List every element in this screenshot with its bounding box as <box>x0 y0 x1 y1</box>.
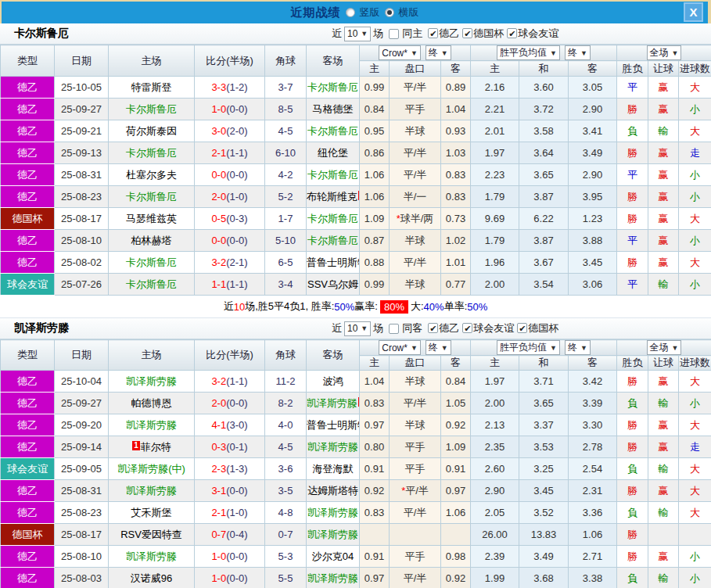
match-score: 3-1(0-0) <box>195 480 265 502</box>
result-goals: 大 <box>679 458 711 480</box>
mean-away: 3.30 <box>569 414 617 436</box>
match-date: 25-08-17 <box>55 524 109 546</box>
team-cell: 1菲尔特 <box>109 436 195 458</box>
result-handicap: 赢 <box>648 230 679 252</box>
result-outcome: 勝 <box>617 414 648 436</box>
handicap-line: 平/半 <box>390 142 441 164</box>
fulltime-score: 3-0 <box>211 125 226 137</box>
team-cell: 凯泽斯劳滕 <box>109 414 195 436</box>
match-date: 25-09-21 <box>55 120 109 142</box>
team-label: 凯泽斯劳滕(中) <box>117 463 185 475</box>
same-away-label[interactable]: 同客 <box>402 321 422 335</box>
bookmaker-select[interactable]: Crow*▼ <box>379 45 421 60</box>
result-handicap: 赢 <box>648 371 679 393</box>
odds-home: 1.09 <box>360 208 390 230</box>
result-goals: 小 <box>679 186 711 208</box>
sub-col-handicap: 盘口 <box>390 356 441 371</box>
match-count-select[interactable]: 10▼ <box>344 27 371 41</box>
match-count-select[interactable]: 10▼ <box>344 321 371 336</box>
league-checkbox[interactable] <box>462 323 472 333</box>
close-icon[interactable]: X <box>684 2 703 22</box>
same-away-checkbox[interactable] <box>389 324 399 334</box>
vertical-layout-radio[interactable] <box>346 8 355 17</box>
mean-away: 3.38 <box>569 568 617 588</box>
odds-home: 0.99 <box>360 274 390 296</box>
league-checkbox[interactable] <box>462 28 472 38</box>
league-label[interactable]: 球会友谊 <box>473 322 514 334</box>
team-cell: 卡尔斯鲁厄 <box>109 142 195 164</box>
match-score: 2-3(1-3) <box>195 458 265 480</box>
league-label[interactable]: 德国杯 <box>473 27 504 39</box>
league-label[interactable]: 德国杯 <box>528 322 558 334</box>
horizontal-layout-radio[interactable] <box>385 8 394 17</box>
team-cell: 杜塞尔多夫 <box>109 164 195 186</box>
summary-part: 50% <box>467 301 487 313</box>
match-date: 25-08-23 <box>55 186 109 208</box>
team1-results-table: 类型 日期 主场 比分(半场) 角球 客场 Crow*▼ 终▼ 胜平负均值▼ 终… <box>0 45 711 296</box>
horizontal-layout-label[interactable]: 横版 <box>399 5 419 20</box>
mean-time-select[interactable]: 终▼ <box>565 340 591 355</box>
odds-time-select[interactable]: 终▼ <box>426 340 451 355</box>
match-row: 德乙25-09-141菲尔特0-3(0-1)4-5凯泽斯劳滕0.80平手1.09… <box>1 436 711 458</box>
league-label[interactable]: 德乙 <box>439 322 459 334</box>
fulltime-score: 2-3 <box>211 463 226 475</box>
mean-time-select[interactable]: 终▼ <box>565 45 591 60</box>
league-label[interactable]: 球会友谊 <box>518 27 558 39</box>
full-match-select[interactable]: 全场▼ <box>647 340 682 355</box>
halftime-score: (1-1) <box>226 375 247 387</box>
league-checkbox[interactable] <box>507 28 517 38</box>
odds-away: 0.83 <box>441 164 471 186</box>
team-cell: 凯泽斯劳滕 <box>109 371 195 393</box>
mean-home: 2.01 <box>471 120 519 142</box>
result-outcome: 勝 <box>617 142 648 164</box>
result-outcome: 負 <box>617 120 648 142</box>
result-goals: 大 <box>679 252 711 274</box>
mean-draw: 3.53 <box>519 436 569 458</box>
mean-home: 1.96 <box>471 252 519 274</box>
mean-draw: 3.37 <box>519 414 569 436</box>
mean-away: 3.88 <box>569 230 617 252</box>
team-cell: 马瑟维兹英 <box>109 208 195 230</box>
sub-col-odds-home: 主 <box>360 61 390 77</box>
league-checkbox[interactable] <box>428 28 438 38</box>
same-home-label[interactable]: 同主 <box>402 27 422 41</box>
team-cell: 艾禾斯堡 <box>109 502 195 524</box>
sub-col-goals: 进球数 <box>679 356 711 371</box>
result-handicap: 赢 <box>648 436 679 458</box>
league-label[interactable]: 德乙 <box>439 27 459 39</box>
vertical-layout-label[interactable]: 竖版 <box>360 5 380 20</box>
mean-odds-select[interactable]: 胜平负均值▼ <box>497 340 560 355</box>
mean-odds-select[interactable]: 胜平负均值▼ <box>497 45 560 60</box>
result-goals: 大 <box>679 371 711 393</box>
odds-away: 0.92 <box>441 568 471 588</box>
team-label: 达姆斯塔特 <box>307 485 358 497</box>
team-label: 卡尔斯鲁厄 <box>307 235 358 246</box>
league-checkbox[interactable] <box>517 323 527 333</box>
same-home-checkbox[interactable] <box>389 29 399 39</box>
match-date: 25-09-20 <box>55 414 109 436</box>
halftime-score: (1-1) <box>226 278 247 290</box>
match-type: 德国杯 <box>1 208 55 230</box>
full-match-select[interactable]: 全场▼ <box>647 45 682 60</box>
mean-draw: 3.68 <box>519 568 569 588</box>
team2-filter-row: 凯泽斯劳滕 近 10▼ 场 同客 德乙球会友谊德国杯 <box>0 318 711 339</box>
result-handicap: 赢 <box>648 186 679 208</box>
halftime-score: (0-1) <box>226 441 247 453</box>
result-handicap: 輸 <box>648 568 679 588</box>
summary-part: 场,胜5平4负1, 胜率: <box>245 299 334 314</box>
mean-away: 3.36 <box>569 502 617 524</box>
match-type: 球会友谊 <box>1 458 55 480</box>
match-type: 德乙 <box>1 568 55 588</box>
odds-away: 1.02 <box>441 230 471 252</box>
league-checkbox[interactable] <box>428 323 438 333</box>
summary-part: 10 <box>234 301 245 313</box>
odds-time-select[interactable]: 终▼ <box>426 45 451 60</box>
team-cell: 汉诺威96 <box>109 568 195 588</box>
odds-away: 0.93 <box>441 120 471 142</box>
team-label: 卡尔斯鲁厄 <box>126 256 177 268</box>
odds-away: 0.73 <box>441 208 471 230</box>
mean-home: 26.00 <box>471 524 519 546</box>
result-goals: 小 <box>679 164 711 186</box>
handicap-line: 半球 <box>390 230 441 252</box>
bookmaker-select[interactable]: Crow*▼ <box>379 340 421 355</box>
